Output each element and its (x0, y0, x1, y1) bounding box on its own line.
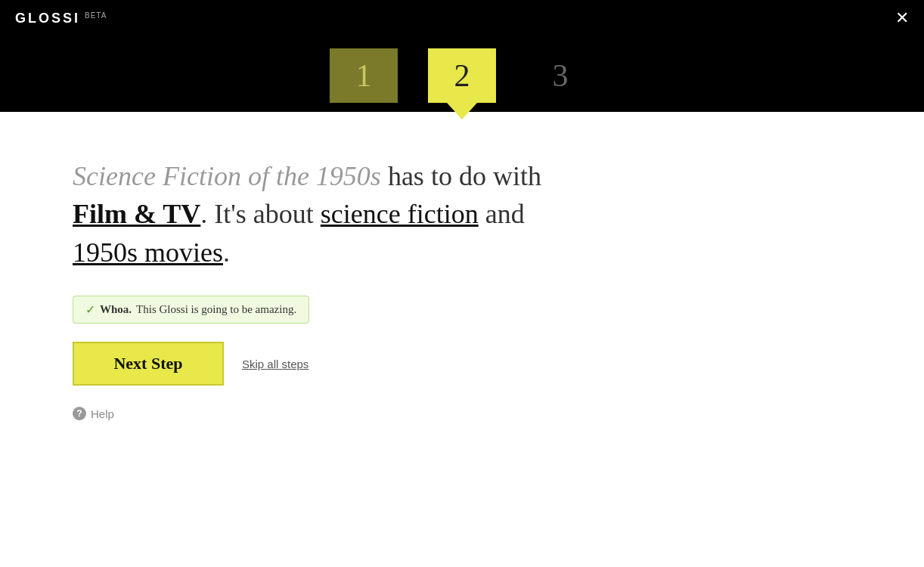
header: GLOSSI BETA ✕ (0, 0, 924, 36)
step-3[interactable]: 3 (511, 48, 609, 103)
next-step-button[interactable]: Next Step (73, 342, 224, 386)
desc-link-scifi[interactable]: science fiction (321, 199, 479, 229)
step-1-box[interactable]: 1 (330, 48, 398, 103)
step-2-number: 2 (454, 57, 470, 94)
help-row[interactable]: ? Help (73, 407, 681, 420)
desc-period: . (223, 237, 230, 268)
step-2-arrow (447, 103, 477, 119)
whoa-label: Whoa. (100, 303, 132, 316)
action-row: Next Step Skip all steps (73, 342, 681, 386)
help-label: Help (91, 407, 114, 420)
step-2-box[interactable]: 2 (428, 48, 496, 103)
logo: GLOSSI BETA (15, 11, 107, 26)
skip-all-steps-link[interactable]: Skip all steps (242, 358, 309, 370)
help-icon: ? (73, 407, 86, 420)
step-1-number: 1 (356, 57, 372, 94)
desc-italic: Science Fiction of the 1950s (73, 161, 381, 191)
main-content: Science Fiction of the 1950s has to do w… (0, 112, 681, 420)
description-text: Science Fiction of the 1950s has to do w… (73, 157, 681, 271)
step-3-number: 3 (553, 57, 569, 94)
desc-normal1: has to do with (381, 161, 541, 191)
desc-link-1950s[interactable]: 1950s movies (73, 237, 223, 268)
step-3-box[interactable]: 3 (526, 48, 594, 103)
close-button[interactable]: ✕ (895, 10, 909, 26)
desc-link-film-tv[interactable]: Film & TV (73, 199, 200, 229)
step-2[interactable]: 2 (413, 48, 511, 119)
logo-text: GLOSSI (15, 11, 80, 26)
desc-normal2: . It's about (200, 199, 320, 229)
desc-normal3: and (479, 199, 525, 229)
logo-beta: BETA (85, 11, 107, 20)
steps-bar: 1 2 3 (0, 36, 924, 112)
whoa-badge: ✓ Whoa. This Glossi is going to be amazi… (73, 296, 309, 324)
step-1[interactable]: 1 (315, 48, 413, 103)
check-icon: ✓ (85, 302, 95, 317)
whoa-text: This Glossi is going to be amazing. (136, 303, 296, 316)
